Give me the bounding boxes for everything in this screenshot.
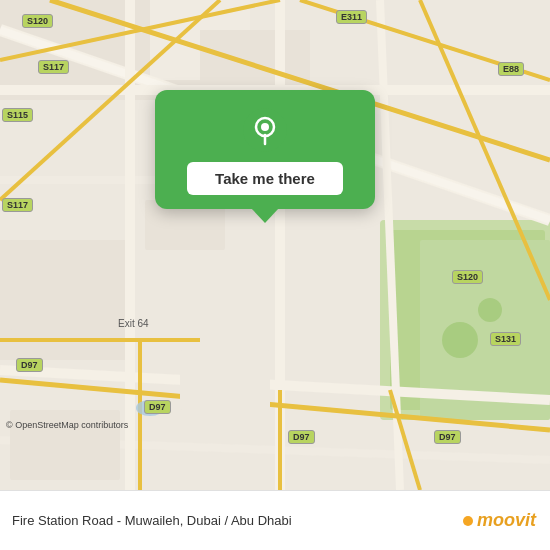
moovit-logo: moovit [463, 510, 536, 531]
location-name: Fire Station Road - Muwaileh, Dubai / Ab… [12, 513, 463, 528]
road-label-s131: S131 [490, 332, 521, 346]
road-label-s117-top: S117 [38, 60, 69, 74]
exit-64-label: Exit 64 [118, 318, 149, 329]
road-label-s120-top: S120 [22, 14, 53, 28]
location-popup: Take me there [155, 90, 375, 209]
take-me-there-button[interactable]: Take me there [187, 162, 343, 195]
svg-point-11 [442, 322, 478, 358]
road-label-d97-left: D97 [16, 358, 43, 372]
road-label-d97-right: D97 [434, 430, 461, 444]
svg-point-41 [261, 123, 269, 131]
road-label-d97-center-left: D97 [144, 400, 171, 414]
svg-rect-33 [10, 240, 125, 330]
moovit-dot-icon [463, 516, 473, 526]
svg-rect-38 [180, 350, 270, 410]
road-label-s115: S115 [2, 108, 33, 122]
svg-point-12 [478, 298, 502, 322]
road-label-s117-left: S117 [2, 198, 33, 212]
road-label-d97-center-right: D97 [288, 430, 315, 444]
road-label-e88: E88 [498, 62, 524, 76]
road-label-e311: E311 [336, 10, 367, 24]
osm-attribution[interactable]: © OpenStreetMap contributors [6, 420, 128, 430]
map-view: Take me there S120 S117 S115 S117 E311 E… [0, 0, 550, 490]
location-pin-icon [243, 108, 287, 152]
road-label-s120-right: S120 [452, 270, 483, 284]
moovit-logo-text: moovit [477, 510, 536, 531]
bottom-bar: Fire Station Road - Muwaileh, Dubai / Ab… [0, 490, 550, 550]
